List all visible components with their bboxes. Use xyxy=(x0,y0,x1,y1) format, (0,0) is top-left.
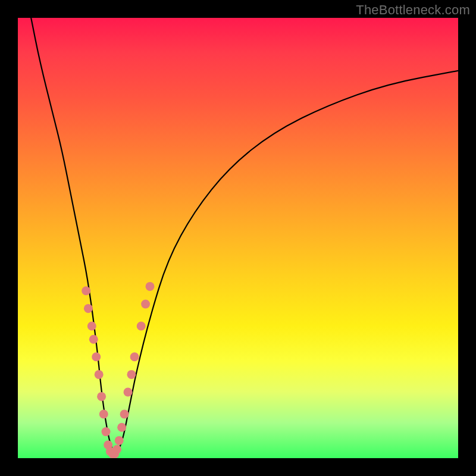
highlight-dot xyxy=(92,352,101,361)
highlight-dot xyxy=(146,282,155,291)
highlight-dot xyxy=(130,352,139,361)
highlight-dot xyxy=(117,423,126,432)
highlight-dot xyxy=(95,370,104,379)
highlight-dot xyxy=(89,335,98,344)
highlight-dot xyxy=(87,322,96,331)
highlight-dot xyxy=(102,427,111,436)
highlight-dot xyxy=(127,370,136,379)
bottleneck-curve xyxy=(31,18,458,452)
highlight-dot xyxy=(84,304,93,313)
curve-layer xyxy=(31,18,458,452)
highlight-dot xyxy=(141,300,150,309)
highlight-dot xyxy=(137,322,146,331)
highlight-dot xyxy=(120,410,129,419)
highlight-dot xyxy=(82,286,90,295)
highlight-dots-group xyxy=(82,282,154,458)
highlight-dot xyxy=(112,445,121,454)
watermark-text: TheBottleneck.com xyxy=(356,2,470,18)
highlight-dot xyxy=(124,388,133,397)
chart-svg xyxy=(18,18,458,458)
highlight-dot xyxy=(99,410,108,419)
highlight-dot xyxy=(115,436,124,445)
plot-area xyxy=(18,18,458,458)
highlight-dot xyxy=(97,392,106,401)
chart-frame: TheBottleneck.com xyxy=(0,0,476,476)
